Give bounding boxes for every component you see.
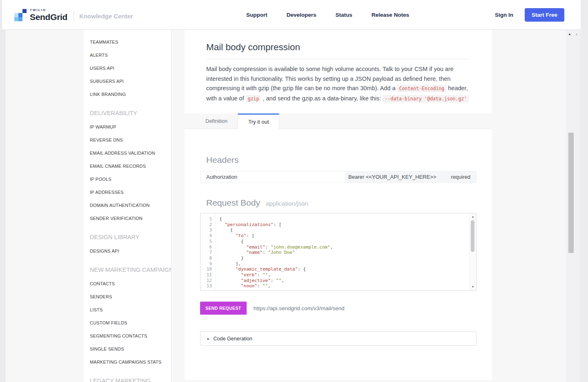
nav-link-release-notes[interactable]: Release Notes [372,12,409,18]
code-line: { [219,227,470,233]
sidebar-item-segmenting-contacts[interactable]: SEGMENTING CONTACTS [84,329,171,342]
request-body-section-title: Request Bodyapplication/json [206,198,477,208]
sidebar-item-alerts[interactable]: ALERTS [84,49,171,62]
sidebar-section-design-library: DESIGN LIBRARY [84,230,171,244]
caret-right-icon: ▸ [207,337,209,341]
page-right-gutter [581,0,588,382]
sendgrid-pixel-logo-icon [14,9,27,21]
sidebar-item-teammates[interactable]: TEAMMATES [84,36,171,49]
request-body-editor: 12345678910111213 { "personalizations": … [200,213,477,291]
sidebar-item-contacts[interactable]: CONTACTS [84,277,171,290]
line-number: 3 [200,227,212,233]
nav-link-status[interactable]: Status [336,12,352,18]
sidebar-section-legacy-marketing: LEGACY MARKETING [84,373,171,382]
editor-code-area[interactable]: { "personalizations": [ { "to": [ { "ema… [216,213,470,290]
editor-scrollbar[interactable]: ▲ ▼ [470,213,476,290]
line-number: 6 [200,244,212,250]
code-line: "personalizations": [ [219,222,470,228]
required-badge: required [451,174,470,180]
headers-section-title: Headers [206,155,477,165]
code-generation-label: Code Generation [214,336,252,342]
inner-scroll-up-icon[interactable]: ▲ [575,32,578,36]
page-title: Mail body compression [206,30,470,59]
inline-code-gzip: gzip [246,95,261,102]
line-number: 4 [200,233,212,239]
sidebar-item-reverse-dns[interactable]: REVERSE DNS [84,133,171,147]
top-navigation: TWILIO SendGrid Knowledge Center Support… [2,0,581,30]
page-scrollbar[interactable]: ▲ ▲ [566,30,581,382]
code-line: { [219,239,470,244]
try-it-out-panel: Headers AuthorizationBearer <<YOUR_API_K… [185,129,492,380]
logo-divider [74,11,74,21]
line-number: 8 [200,255,212,261]
sign-in-link[interactable]: Sign In [495,12,513,18]
line-number: 11 [200,272,212,278]
doc-tabs: Definition Try it out [195,113,492,129]
content-type-label: application/json [266,200,308,207]
code-line: "email": "john.doe@example.com", [219,244,470,250]
code-line: "dynamic_template_data": { [219,267,470,272]
page-left-gutter [0,0,6,382]
sidebar-item-sender-verification[interactable]: SENDER VERIFICATION [84,212,171,225]
editor-scrollbar-thumb[interactable] [471,220,474,252]
code-line: "adjective": "", [219,278,470,284]
code-line: "noun": "", [219,283,470,289]
request-url: https://api.sendgrid.com/v3/mail/send [254,305,345,311]
line-number: 2 [200,222,212,228]
inline-code-data-binary: --data-binary '@data.json.gz' [383,95,469,102]
sidebar-item-senders[interactable]: SENDERS [84,290,171,303]
sidebar-item-link-branding[interactable]: LINK BRANDING [84,88,171,101]
tab-definition[interactable]: Definition [195,113,238,129]
sidebar-item-users-api[interactable]: USERS API [84,62,171,75]
sidebar-item-email-cname-records[interactable]: EMAIL CNAME RECORDS [84,160,171,173]
intro-paragraph: Mail body compression is available to so… [206,64,470,104]
sidebar-item-ip-pools[interactable]: IP POOLS [84,173,171,186]
nav-link-developers[interactable]: Developers [287,12,316,18]
sidebar-item-designs-api[interactable]: DESIGNS API [84,244,171,258]
header-value-field[interactable]: Bearer <<YOUR_API_KEY_HERE>>required [345,171,476,182]
sidebar-item-email-address-validation[interactable]: EMAIL ADDRESS VALIDATION [84,147,171,160]
code-generation-expander[interactable]: ▸ Code Generation [200,331,477,346]
sendgrid-logo[interactable]: TWILIO SendGrid Knowledge Center [14,8,133,21]
sidebar-item-ip-addresses[interactable]: IP ADDRESSES [84,186,171,199]
code-line: } [219,255,470,261]
twilio-label: TWILIO [30,9,67,12]
header-row: AuthorizationBearer <<YOUR_API_KEY_HERE>… [200,171,477,183]
line-number: 10 [200,267,212,272]
headers-table: AuthorizationBearer <<YOUR_API_KEY_HERE>… [200,171,477,183]
line-number: 13 [200,283,212,289]
sidebar-item-single-sends[interactable]: SINGLE SENDS [84,342,171,355]
page-scrollbar-thumb[interactable] [568,133,574,253]
code-line: "to": [ [219,233,470,239]
sidebar-item-ip-warmup[interactable]: IP WARMUP [84,120,171,133]
editor-scroll-down-icon[interactable]: ▼ [470,285,476,289]
main-content: Mail body compression Mail body compress… [185,30,492,382]
sidebar-section-deliverability: DELIVERABILITY [84,106,171,120]
line-number: 12 [200,278,212,284]
sidebar-item-custom-fields[interactable]: CUSTOM FIELDS [84,316,171,329]
page-scroll-up-icon[interactable]: ▲ [568,32,571,36]
sidebar-item-subusers-api[interactable]: SUBUSERS API [84,75,171,88]
line-number: 5 [200,239,212,244]
editor-scroll-up-icon[interactable]: ▲ [470,215,476,219]
knowledge-center-label: Knowledge Center [79,13,133,20]
code-line: "verb": "", [219,272,470,278]
nav-link-support[interactable]: Support [246,12,267,18]
line-number: 7 [200,250,212,255]
top-nav-links: SupportDevelopersStatusRelease Notes [246,0,409,29]
sidebar-section-new-marketing-campaigns: NEW MARKETING CAMPAIGNS [84,262,171,277]
editor-line-numbers: 12345678910111213 [200,213,216,290]
header-name: Authorization [200,171,345,182]
article-intro-card: Mail body compression Mail body compress… [185,30,492,113]
brand-name: SendGrid [30,13,67,21]
sidebar-item-lists[interactable]: LISTS [84,303,171,316]
tab-try-it-out[interactable]: Try it out [238,113,279,129]
code-line: { [219,216,470,222]
line-number: 9 [200,261,212,267]
header-value-text: Bearer <<YOUR_API_KEY_HERE>> [348,174,436,180]
send-request-button[interactable]: SEND REQUEST [200,302,247,315]
line-number: 1 [200,216,212,222]
sidebar-item-domain-authentication[interactable]: DOMAIN AUTHENTICATION [84,199,171,212]
start-free-button[interactable]: Start Free [525,8,564,22]
sidebar-item-marketing-campaigns-stats[interactable]: MARKETING CAMPAIGNS STATS [84,355,171,369]
